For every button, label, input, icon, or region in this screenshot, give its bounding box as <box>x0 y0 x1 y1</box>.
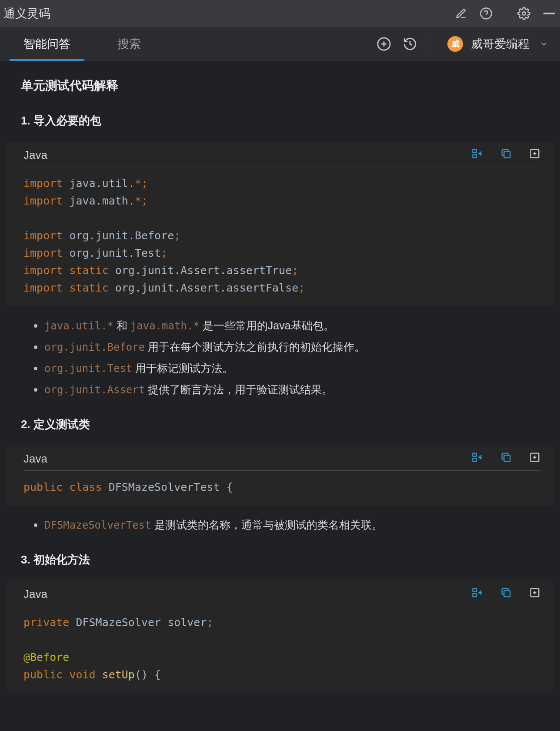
code-content-1: import java.util.*; import java.math.*; … <box>9 167 553 306</box>
list-item: org.junit.Test 用于标记测试方法。 <box>29 360 553 376</box>
gear-icon[interactable] <box>517 7 530 20</box>
insert-icon[interactable] <box>471 587 483 601</box>
insert-icon[interactable] <box>471 451 483 466</box>
history-icon[interactable] <box>403 37 417 51</box>
bullet-list-2: DFSMazeSolverTest 是测试类的名称，通常与被测试的类名相关联。 <box>29 517 553 533</box>
svg-rect-7 <box>473 453 477 456</box>
list-item: org.junit.Before 用于在每个测试方法之前执行的初始化操作。 <box>29 339 553 355</box>
code-block-1: Java import java.util.*; import java.mat… <box>7 141 553 306</box>
list-item: DFSMazeSolverTest 是测试类的名称，通常与被测试的类名相关联。 <box>29 517 553 533</box>
new-file-icon[interactable] <box>529 587 541 601</box>
section-title: 单元测试代码解释 <box>21 77 553 94</box>
subheading-3: 3. 初始化方法 <box>21 552 553 567</box>
svg-rect-12 <box>473 594 477 597</box>
svg-rect-3 <box>473 150 477 153</box>
svg-rect-9 <box>504 455 510 461</box>
svg-rect-13 <box>504 590 510 597</box>
minimize-icon[interactable] <box>543 7 556 20</box>
tabs-bar: 智能问答 搜索 威 威哥爱编程 <box>0 27 560 61</box>
svg-rect-4 <box>473 154 477 158</box>
divider <box>429 38 429 50</box>
titlebar-actions <box>454 7 556 20</box>
copy-icon[interactable] <box>500 451 512 466</box>
new-file-icon[interactable] <box>529 451 541 466</box>
app-window: 通义灵码 智能问答 搜索 <box>0 0 560 731</box>
code-block-3: Java private DFSMazeSolver solver; @Befo… <box>7 580 553 693</box>
subheading-2: 2. 定义测试类 <box>21 417 553 432</box>
tab-search[interactable]: 搜索 <box>94 27 164 61</box>
app-title: 通义灵码 <box>3 6 50 21</box>
new-chat-icon[interactable] <box>377 37 391 51</box>
new-file-icon[interactable] <box>529 148 541 162</box>
copy-icon[interactable] <box>500 148 512 162</box>
avatar: 威 <box>447 36 463 52</box>
bullet-list-1: java.util.* 和 java.math.* 是一些常用的Java基础包。… <box>29 318 553 398</box>
code-lang-label: Java <box>23 587 47 601</box>
code-content-3: private DFSMazeSolver solver; @Before pu… <box>9 606 553 693</box>
svg-rect-11 <box>473 589 477 592</box>
divider <box>505 7 505 20</box>
code-lang-label: Java <box>23 148 47 162</box>
content: 单元测试代码解释 1. 导入必要的包 Java im <box>0 77 560 693</box>
user-menu[interactable]: 威 威哥爱编程 <box>447 36 550 52</box>
svg-point-1 <box>522 12 526 15</box>
subheading-1: 1. 导入必要的包 <box>21 113 553 128</box>
list-item: java.util.* 和 java.math.* 是一些常用的Java基础包。 <box>29 318 553 334</box>
help-icon[interactable] <box>480 7 493 20</box>
code-lang-label: Java <box>23 452 47 466</box>
copy-icon[interactable] <box>500 587 512 601</box>
svg-point-0 <box>481 8 492 19</box>
edit-icon[interactable] <box>454 7 467 20</box>
tab-qa[interactable]: 智能问答 <box>0 27 94 61</box>
code-content-2: public class DFSMazeSolverTest { <box>9 471 553 506</box>
svg-rect-5 <box>504 151 510 158</box>
username: 威哥爱编程 <box>471 36 530 52</box>
list-item: org.junit.Assert 提供了断言方法，用于验证测试结果。 <box>29 382 553 398</box>
code-block-2: Java public class DFSMazeSolverTest { <box>7 445 553 506</box>
insert-icon[interactable] <box>471 148 483 162</box>
chevron-down-icon <box>537 37 550 50</box>
titlebar: 通义灵码 <box>0 0 560 27</box>
svg-rect-8 <box>473 458 477 461</box>
